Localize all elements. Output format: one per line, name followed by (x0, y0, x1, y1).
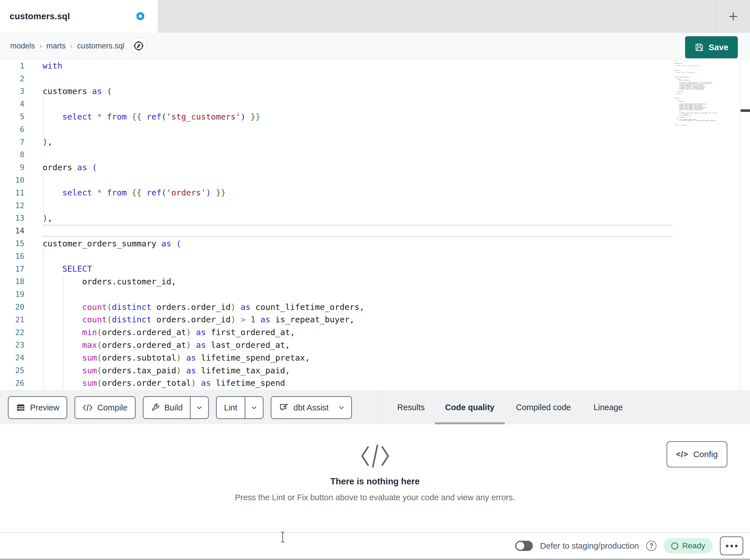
code-line[interactable]: 15customer_orders_summary as ( (0, 237, 750, 250)
code-line[interactable]: 5 select * from {{ ref('stg_customers') … (0, 110, 750, 123)
line-number: 11 (0, 188, 31, 197)
tab-results[interactable]: Results (387, 391, 435, 424)
ellipsis-icon (726, 545, 728, 547)
status-bar: Defer to staging/production ? Ready (0, 532, 750, 559)
config-button[interactable]: </> Config (667, 441, 727, 468)
code-line[interactable]: 25 sum(orders.tax_paid) as lifetime_tax_… (0, 364, 750, 377)
window-bottom-edge (0, 559, 750, 560)
code-text: min(orders.ordered_at) as first_ordered_… (31, 328, 295, 337)
tab-results-label: Results (397, 403, 425, 412)
code-line[interactable]: 17 SELECT (0, 263, 750, 275)
help-glyph: ? (649, 542, 653, 550)
code-line[interactable]: 20 count(distinct orders.order_id) as co… (0, 300, 750, 313)
code-lines: 1with23customers as (45 select * from {{… (0, 60, 750, 390)
code-line[interactable]: 14 (0, 224, 750, 237)
code-line[interactable]: 7), (0, 136, 750, 148)
code-text: orders.customer_id, (31, 277, 176, 286)
code-text: count(distinct orders.order_id) > 1 as i… (31, 315, 354, 324)
breadcrumb-separator: › (39, 42, 42, 50)
code-line[interactable]: 19 (0, 288, 750, 300)
line-number: 26 (0, 379, 31, 388)
code-line[interactable]: 6 (0, 123, 750, 136)
lint-dropdown[interactable] (245, 397, 263, 418)
dbt-assist-button[interactable]: dbt Assist (271, 396, 352, 419)
more-options-button[interactable] (720, 537, 743, 555)
preview-button[interactable]: Preview (8, 396, 67, 419)
code-line[interactable]: 23 max(orders.ordered_at) as last_ordere… (0, 339, 750, 352)
code-line[interactable]: 13), (0, 212, 750, 225)
tab-bar: customers.sql (0, 0, 750, 33)
defer-label: Defer to staging/production (540, 541, 639, 551)
line-number: 13 (0, 213, 31, 222)
empty-state: There is nothing here Press the Lint or … (0, 424, 750, 502)
breadcrumb: models › marts › customers.sql Save (0, 33, 750, 60)
defer-toggle[interactable] (515, 541, 533, 551)
code-text: ), (31, 137, 53, 147)
code-line[interactable]: 12 (0, 199, 750, 212)
build-dropdown[interactable] (190, 397, 208, 418)
panel-tabs: Results Code quality Compiled code Linea… (387, 391, 634, 424)
minimap[interactable]: withcustomers as ( select * from {{ ref(… (674, 61, 728, 128)
tab-compiled-code[interactable]: Compiled code (505, 391, 582, 424)
indent-guide (63, 275, 63, 390)
wrench-icon (151, 403, 160, 412)
chevron-down-icon (196, 404, 203, 411)
code-editor[interactable]: 1with23customers as (45 select * from {{… (0, 60, 750, 390)
code-line[interactable]: 18 orders.customer_id, (0, 275, 750, 288)
code-line[interactable]: 3customers as ( (0, 85, 750, 98)
dbt-assist-label: dbt Assist (294, 403, 329, 412)
code-line[interactable]: 10 (0, 174, 750, 186)
compile-button[interactable]: Compile (75, 396, 135, 419)
breadcrumb-marts: marts (46, 42, 66, 50)
line-number: 18 (0, 277, 31, 286)
code-line[interactable]: 26 sum(orders.order_total) as lifetime_s… (0, 377, 750, 390)
code-text: customer_orders_summary as ( (31, 239, 181, 248)
code-line[interactable]: 11 select * from {{ ref('orders') }} (0, 186, 750, 199)
cursor-position-marker[interactable] (741, 109, 750, 112)
code-text: sum(orders.tax_paid) as lifetime_tax_pai… (31, 366, 290, 375)
new-tab-button[interactable] (725, 10, 742, 23)
code-line[interactable]: 4 (0, 98, 750, 110)
indent-guide (43, 250, 44, 390)
help-icon[interactable]: ? (646, 541, 656, 551)
empty-state-subtitle: Press the Lint or Fix button above to ev… (0, 493, 750, 502)
code-quality-panel: There is nothing here Press the Lint or … (0, 424, 750, 532)
line-number: 3 (0, 87, 31, 96)
line-number: 15 (0, 239, 31, 248)
lint-label: Lint (224, 403, 237, 412)
lint-button[interactable]: Lint (216, 396, 263, 419)
empty-state-title: There is nothing here (0, 476, 750, 486)
code-line[interactable]: 1with (0, 60, 750, 72)
code-text: orders as ( (31, 163, 97, 172)
tab-bar-divider (716, 0, 716, 33)
tab-code-quality[interactable]: Code quality (435, 391, 505, 424)
code-text: count(distinct orders.order_id) as count… (31, 302, 364, 312)
save-button[interactable]: Save (685, 36, 738, 58)
tab-customers-sql[interactable]: customers.sql (0, 0, 158, 33)
line-number: 21 (0, 315, 31, 324)
code-line[interactable]: 8 (0, 148, 750, 161)
code-empty-icon (359, 443, 391, 469)
code-line[interactable]: 24 sum(orders.subtotal) as lifetime_spen… (0, 351, 750, 364)
dbt-assist-dropdown[interactable] (336, 397, 351, 418)
breadcrumb-separator: › (70, 42, 73, 50)
ready-status-badge[interactable]: Ready (664, 538, 713, 554)
plus-icon (727, 10, 739, 23)
code-text: sum(orders.subtotal) as lifetime_spend_p… (31, 353, 310, 362)
strip-divider (378, 391, 378, 424)
chevron-down-icon (338, 404, 345, 411)
line-number: 2 (0, 74, 31, 83)
tab-lineage[interactable]: Lineage (582, 391, 634, 424)
line-number: 6 (0, 125, 31, 134)
unsaved-changes-dot (136, 12, 144, 20)
explore-lineage-button[interactable] (131, 38, 147, 54)
build-button[interactable]: Build (143, 396, 209, 419)
line-number: 24 (0, 353, 31, 362)
line-number: 19 (0, 290, 31, 298)
code-line[interactable]: 16 (0, 250, 750, 263)
line-number: 5 (0, 112, 31, 121)
code-line[interactable]: 22 min(orders.ordered_at) as first_order… (0, 326, 750, 339)
code-line[interactable]: 2 (0, 72, 750, 85)
code-line[interactable]: 21 count(distinct orders.order_id) > 1 a… (0, 313, 750, 326)
code-line[interactable]: 9orders as ( (0, 161, 750, 174)
